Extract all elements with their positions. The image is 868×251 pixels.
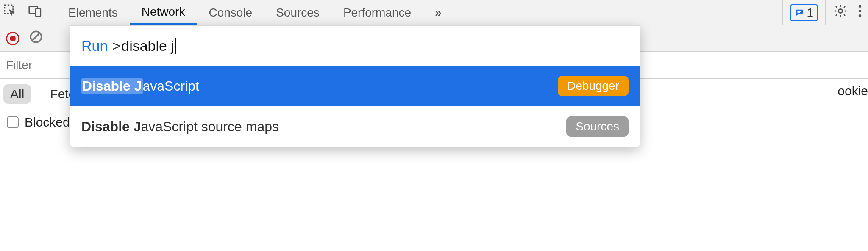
svg-point-8 — [859, 14, 862, 17]
settings-button[interactable] — [833, 4, 848, 21]
command-category-badge: Debugger — [558, 76, 629, 96]
tab-elements[interactable]: Elements — [56, 0, 130, 25]
devtools-tabbar: Elements Network Console Sources Perform… — [0, 0, 868, 25]
command-palette-input-row[interactable]: Run > disable j — [70, 26, 640, 66]
svg-point-7 — [859, 10, 862, 13]
prompt-prefix: > — [112, 38, 120, 54]
issues-count: 1 — [807, 6, 813, 19]
issues-button[interactable]: 1 — [790, 4, 818, 21]
tab-performance[interactable]: Performance — [331, 0, 423, 25]
divider — [782, 0, 783, 25]
tab-label: Performance — [343, 6, 411, 19]
tabbar-right-group: 1 — [782, 0, 865, 25]
command-result-disable-js-source-maps[interactable]: Disable JavaScript source maps Sources — [70, 106, 640, 147]
svg-line-10 — [33, 33, 40, 41]
command-rest: avaScript — [143, 78, 199, 94]
tab-network[interactable]: Network — [130, 0, 197, 25]
tabs: Elements Network Console Sources Perform… — [56, 0, 453, 25]
gear-icon — [833, 4, 848, 18]
blocked-checkbox[interactable] — [7, 116, 19, 128]
svg-point-5 — [838, 9, 842, 13]
match-highlight: Disable J — [81, 78, 143, 94]
divider — [37, 85, 37, 103]
tabbar-left-icon-group — [3, 0, 51, 25]
record-button[interactable] — [6, 32, 19, 45]
ban-icon — [29, 30, 43, 44]
command-palette: Run > disable j Disable JavaScript Debug… — [70, 25, 640, 147]
tab-label: Console — [209, 6, 252, 19]
text-cursor — [175, 38, 176, 54]
tab-label: Elements — [68, 6, 118, 19]
svg-rect-3 — [798, 11, 801, 12]
record-icon — [6, 32, 19, 45]
blocked-label: Blocked — [25, 115, 70, 130]
svg-point-6 — [859, 5, 862, 8]
clear-button[interactable] — [29, 30, 43, 47]
command-name: Disable JavaScript source maps — [81, 119, 279, 135]
command-rest: avaScript source maps — [141, 119, 279, 134]
filter-input[interactable] — [6, 58, 74, 72]
tab-label: Network — [142, 5, 185, 19]
tab-sources[interactable]: Sources — [264, 0, 331, 25]
tab-console[interactable]: Console — [197, 0, 264, 25]
more-button[interactable] — [855, 4, 865, 21]
tab-label: Sources — [276, 6, 320, 19]
kebab-icon — [858, 4, 862, 18]
svg-rect-2 — [36, 8, 40, 16]
device-toggle-icon[interactable] — [28, 4, 42, 21]
command-category-badge: Sources — [566, 116, 629, 137]
svg-rect-4 — [798, 12, 800, 13]
match-highlight: Disable J — [81, 119, 141, 134]
command-result-disable-javascript[interactable]: Disable JavaScript Debugger — [70, 66, 640, 106]
chip-all[interactable]: All — [3, 84, 31, 104]
command-palette-query: disable j — [121, 38, 174, 54]
run-label: Run — [81, 38, 108, 54]
divider — [825, 0, 826, 25]
tabs-overflow-button[interactable]: » — [423, 0, 453, 25]
command-name: Disable JavaScript — [81, 78, 199, 94]
chat-icon — [795, 8, 804, 17]
inspect-element-icon[interactable] — [3, 4, 18, 21]
truncated-text: ookie — [837, 84, 868, 98]
chevron-double-right-icon: » — [435, 6, 442, 19]
